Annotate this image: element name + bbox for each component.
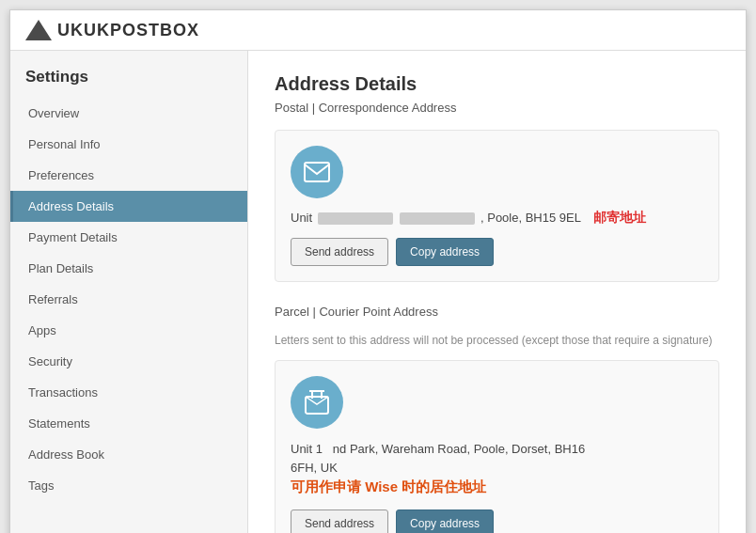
postal-copy-button[interactable]: Copy address: [396, 238, 494, 266]
parcel-annotation: 可用作申请 Wise 时的居住地址: [291, 478, 486, 494]
sidebar-item-personal-info[interactable]: Personal Info: [10, 129, 247, 160]
svg-rect-0: [305, 163, 329, 181]
sidebar: Settings Overview Personal Info Preferen…: [10, 51, 248, 533]
parcel-send-button[interactable]: Send address: [291, 509, 388, 534]
sidebar-item-tags[interactable]: Tags: [10, 470, 247, 501]
postal-send-button[interactable]: Send address: [291, 238, 388, 266]
postal-subtitle: Postal | Correspondence Address: [275, 101, 719, 115]
parcel-icon-row: [291, 376, 703, 429]
parcel-address-lines: Unit 1 nd Park, Wareham Road, Poole, Dor…: [291, 440, 703, 498]
sidebar-item-referrals[interactable]: Referrals: [10, 284, 247, 315]
sidebar-title: Settings: [10, 60, 247, 98]
sidebar-item-address-book[interactable]: Address Book: [10, 439, 247, 470]
sidebar-item-security[interactable]: Security: [10, 346, 247, 377]
postal-btn-row: Send address Copy address: [291, 238, 703, 266]
logo: UKUKPOSTBOX: [25, 20, 199, 40]
sidebar-item-preferences[interactable]: Preferences: [10, 160, 247, 191]
parcel-btn-row: Send address Copy address: [291, 509, 703, 534]
page-title: Address Details: [275, 73, 719, 95]
logo-text: UKUKPOSTBOX: [57, 21, 199, 40]
parcel-copy-button[interactable]: Copy address: [396, 509, 494, 534]
parcel-icon: [291, 376, 343, 429]
postal-address-card: Unit , Poole, BH15 9EL 邮寄地址 Send address…: [275, 130, 719, 282]
logo-icon: [25, 20, 52, 40]
sidebar-item-statements[interactable]: Statements: [10, 408, 247, 439]
parcel-address-card: Unit 1 nd Park, Wareham Road, Poole, Dor…: [275, 360, 719, 533]
parcel-warning: Letters sent to this address will not be…: [275, 334, 719, 347]
postal-address-line: Unit , Poole, BH15 9EL 邮寄地址: [291, 210, 703, 227]
postal-icon: [291, 146, 343, 198]
sidebar-item-apps[interactable]: Apps: [10, 315, 247, 346]
main-layout: Settings Overview Personal Info Preferen…: [10, 51, 746, 533]
sidebar-item-payment-details[interactable]: Payment Details: [10, 222, 247, 253]
sidebar-item-overview[interactable]: Overview: [10, 98, 247, 129]
content-area: Address Details Postal | Correspondence …: [248, 51, 746, 533]
parcel-subtitle: Parcel | Courier Point Address: [275, 305, 719, 319]
sidebar-item-transactions[interactable]: Transactions: [10, 377, 247, 408]
postal-annotation: 邮寄地址: [593, 210, 646, 225]
topbar: UKUKPOSTBOX: [10, 10, 746, 51]
sidebar-item-address-details[interactable]: Address Details: [10, 191, 247, 222]
sidebar-item-plan-details[interactable]: Plan Details: [10, 253, 247, 284]
postal-icon-row: [291, 146, 703, 198]
main-window: UKUKPOSTBOX Settings Overview Personal I…: [9, 9, 747, 533]
